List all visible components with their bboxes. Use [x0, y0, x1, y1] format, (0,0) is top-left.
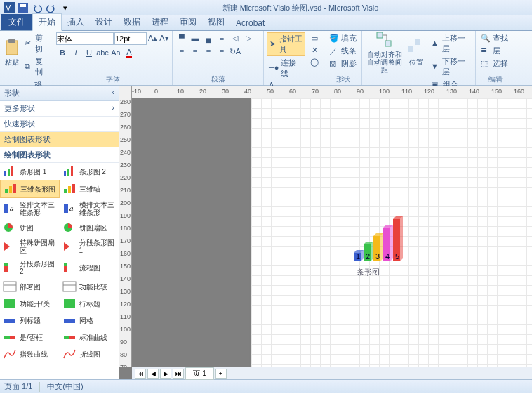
- cut-button[interactable]: ✂剪切: [22, 32, 50, 55]
- svg-rect-28: [4, 266, 8, 272]
- font-name-combo[interactable]: [56, 32, 114, 45]
- shadow-button[interactable]: ▧阴影: [327, 58, 359, 70]
- shape-item[interactable]: 三维条形图: [0, 180, 60, 198]
- align-top-button[interactable]: ▀: [175, 32, 188, 44]
- tab-data[interactable]: 数据: [118, 14, 146, 30]
- shape-item[interactable]: 特殊饼图扇区: [0, 236, 60, 257]
- shape-item[interactable]: 行标题: [60, 295, 119, 312]
- svg-rect-20: [68, 186, 71, 193]
- quick-shapes-item[interactable]: 快速形状: [0, 117, 119, 132]
- first-page-button[interactable]: ⏮: [135, 369, 146, 379]
- bring-forward-icon: ▲: [431, 39, 440, 48]
- shape-item[interactable]: 功能开/关: [0, 295, 60, 312]
- italic-button[interactable]: I: [69, 47, 82, 58]
- rect-tool-button[interactable]: ▭: [308, 32, 321, 44]
- more-shapes-item[interactable]: 更多形状 ›: [0, 101, 119, 117]
- send-backward-icon: ▼: [431, 62, 440, 72]
- tab-process[interactable]: 进程: [146, 14, 174, 30]
- layers-button[interactable]: ≣层: [479, 45, 510, 57]
- align-bottom-button[interactable]: ▄: [202, 32, 215, 44]
- svg-text:2: 2: [366, 252, 370, 261]
- charting-shapes-item[interactable]: 绘制图表形状: [0, 132, 119, 147]
- paste-button[interactable]: 粘贴: [3, 32, 21, 72]
- shape-item[interactable]: 列标题: [0, 312, 60, 329]
- shape-item[interactable]: 指数曲线: [0, 346, 60, 362]
- shape-item[interactable]: 网格: [60, 312, 119, 329]
- svg-rect-24: [64, 204, 68, 213]
- shape-item[interactable]: 饼图扇区: [60, 219, 119, 236]
- language-indicator[interactable]: 中文(中国): [47, 381, 83, 392]
- tab-view[interactable]: 视图: [202, 14, 230, 30]
- shape-item[interactable]: 部署图: [0, 278, 60, 295]
- line-button[interactable]: ／线条: [327, 45, 359, 57]
- font-size-combo[interactable]: [114, 32, 147, 45]
- svg-rect-34: [63, 282, 76, 291]
- position-button[interactable]: 位置: [406, 32, 427, 72]
- shape-item[interactable]: 分段条形图 2: [0, 257, 60, 278]
- tab-review[interactable]: 审阅: [174, 14, 202, 30]
- shape-item[interactable]: 流程图: [60, 257, 119, 278]
- align-center-button[interactable]: ≡: [189, 46, 201, 57]
- svg-rect-9: [415, 39, 420, 45]
- shapes-section-title: 绘制图表形状: [0, 147, 119, 163]
- bold-button[interactable]: B: [56, 47, 69, 58]
- shape-item[interactable]: 条形图 1: [0, 163, 60, 180]
- copy-button[interactable]: ⧉复制: [22, 55, 50, 78]
- last-page-button[interactable]: ⏭: [173, 369, 184, 379]
- shape-item[interactable]: 𝑎横排文本三维条形: [60, 198, 119, 219]
- new-page-button[interactable]: ＋: [215, 369, 227, 379]
- shape-thumb-icon: [62, 183, 77, 195]
- save-icon[interactable]: [17, 1, 29, 14]
- bring-forward-button[interactable]: ▲上移一层: [429, 32, 472, 55]
- tab-acrobat[interactable]: Acrobat: [230, 16, 270, 30]
- shape-item[interactable]: 𝑎竖排文本三维条形: [0, 198, 60, 219]
- shape-item[interactable]: 是/否框: [0, 329, 60, 346]
- shape-label: 分段条形图 1: [79, 239, 117, 254]
- shape-item[interactable]: 三维轴: [60, 180, 119, 198]
- shape-item[interactable]: 饼图: [0, 219, 60, 236]
- shape-item[interactable]: 分段条形图 1: [60, 236, 119, 257]
- page-tab[interactable]: 页-1: [185, 367, 214, 380]
- shape-label: 部署图: [20, 283, 41, 291]
- font-color-button[interactable]: A: [123, 47, 135, 58]
- canvas-viewport[interactable]: 12345 条形图: [132, 98, 532, 367]
- file-tab[interactable]: 文件: [1, 14, 32, 30]
- align-left-button[interactable]: ≡: [175, 46, 188, 57]
- fill-button[interactable]: 🪣填充: [327, 32, 359, 44]
- underline-button[interactable]: U: [83, 47, 95, 58]
- x-tool-button[interactable]: ✕: [308, 44, 321, 55]
- align-right-button[interactable]: ≡: [202, 46, 215, 57]
- drawing-page[interactable]: 12345 条形图: [251, 98, 532, 367]
- strike-button[interactable]: abc: [96, 47, 109, 58]
- send-backward-button[interactable]: ▼下移一层: [429, 55, 472, 78]
- shape-item[interactable]: 折线图: [60, 346, 119, 362]
- shape-item[interactable]: 功能比较: [60, 278, 119, 295]
- tab-design[interactable]: 设计: [90, 14, 118, 30]
- undo-icon[interactable]: [31, 1, 44, 14]
- align-middle-button[interactable]: ▬: [189, 32, 201, 44]
- text-case-button[interactable]: Aa: [109, 47, 122, 58]
- next-page-button[interactable]: ▶: [160, 369, 171, 379]
- ellipse-tool-button[interactable]: ◯: [308, 56, 321, 67]
- shape-item[interactable]: 标准曲线: [60, 329, 119, 346]
- indent-inc-button[interactable]: ▷: [242, 32, 255, 44]
- select-button[interactable]: ⬚选择: [479, 58, 510, 70]
- bullets-button[interactable]: ≡: [215, 32, 228, 44]
- qat-dropdown-icon[interactable]: ▾: [59, 1, 72, 14]
- find-button[interactable]: 🔍查找: [479, 32, 510, 44]
- prev-page-button[interactable]: ◀: [147, 369, 159, 379]
- grow-font-button[interactable]: A▴: [147, 32, 158, 44]
- auto-align-button[interactable]: 自动对齐和 自动调整间距: [365, 32, 404, 72]
- redo-icon[interactable]: [45, 1, 58, 14]
- pointer-tool-button[interactable]: ➤指针工具: [267, 32, 305, 56]
- rotate-text-button[interactable]: ↻A: [229, 46, 241, 57]
- justify-button[interactable]: ≡: [215, 46, 228, 57]
- bar-chart-3d[interactable]: 12345: [350, 211, 413, 267]
- shrink-font-button[interactable]: A▾: [159, 32, 169, 44]
- tab-insert[interactable]: 插入: [62, 14, 90, 30]
- connector-tool-button[interactable]: ─●连接线: [267, 57, 305, 79]
- shape-item[interactable]: 条形图 2: [60, 163, 119, 180]
- tab-home[interactable]: 开始: [32, 13, 62, 31]
- chevron-left-icon[interactable]: ‹: [112, 88, 114, 98]
- indent-dec-button[interactable]: ◁: [229, 32, 241, 44]
